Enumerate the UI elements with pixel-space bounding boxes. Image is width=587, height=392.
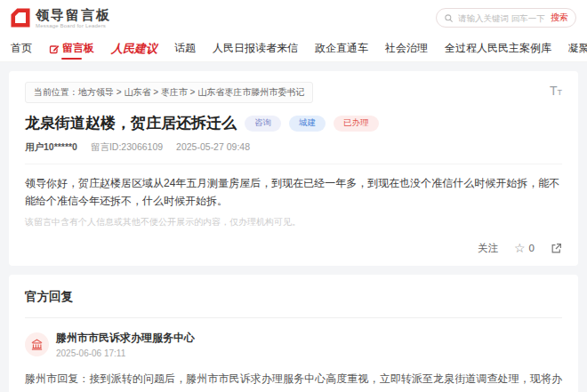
nav-item-peoples-suggestion[interactable]: 人民建议	[111, 36, 157, 61]
message-id: 留言ID:23066109	[91, 141, 163, 154]
main-nav: 首页 留言板 人民建议 话题 人民日报读者来信 政企直通车 社会治理 全过程人民…	[0, 36, 587, 62]
reply-author[interactable]: 滕州市市民诉求办理服务中心	[56, 331, 195, 346]
nav-item-service-masses[interactable]: 凝聚服务群众	[568, 36, 587, 61]
reply-section-title: 官方回复	[25, 285, 562, 318]
nav-item-reader-letters[interactable]: 人民日报读者来信	[213, 36, 298, 61]
logo-title: 领导留言板	[36, 8, 111, 21]
message-title: 龙泉街道赵楼，贺庄居还拆迁么	[25, 113, 237, 133]
share-icon	[551, 243, 562, 254]
nav-item-democracy-cases[interactable]: 全过程人民民主案例库	[445, 36, 551, 61]
search-icon	[444, 13, 454, 23]
avatar	[25, 332, 49, 356]
edit-pencil-icon	[49, 44, 60, 54]
site-logo[interactable]: 领导留言板 Message Board for Leaders	[11, 8, 111, 28]
share-button[interactable]	[551, 243, 562, 254]
tag-consultation: 咨询	[245, 116, 281, 132]
follow-button[interactable]: 关注	[478, 242, 498, 255]
breadcrumb[interactable]: 当前位置：地方领导 > 山东省 > 枣庄市 > 山东省枣庄市滕州市委书记	[25, 82, 313, 103]
nav-item-topics[interactable]: 话题	[174, 36, 196, 61]
status-badge-handled: 已办理	[334, 116, 379, 132]
nav-item-gov-enterprise[interactable]: 政企直通车	[315, 36, 368, 61]
message-content: 领导你好，贺庄赵楼居区域从24年五月测量房屋后，到现在已经一年多，到现在也没个准…	[25, 175, 562, 211]
message-date: 2025-05-27 09:48	[176, 141, 250, 154]
message-meta: 用户10*****0 留言ID:23066109 2025-05-27 09:4…	[25, 141, 562, 164]
tag-urban-construction: 城建	[289, 116, 326, 132]
nav-item-social-governance[interactable]: 社会治理	[385, 36, 428, 61]
government-building-icon	[30, 338, 44, 351]
star-button[interactable]: ☆ 0	[514, 242, 535, 254]
official-reply-card: 官方回复 滕州市市民诉求办理服务中心 2025-06-06 17:11 滕州市回…	[9, 275, 578, 392]
nav-item-label: 留言板	[62, 41, 94, 56]
logo-bracket-icon	[11, 8, 30, 28]
search-button[interactable]: 搜索	[551, 12, 568, 24]
nav-item-message-board[interactable]: 留言板	[49, 36, 94, 61]
star-icon: ☆	[514, 242, 526, 254]
reply-content: 滕州市回复：接到派转的问题后，滕州市市民诉求办理服务中心高度重视，立即转派至龙泉…	[25, 368, 562, 392]
header: 领导留言板 Message Board for Leaders 搜索	[0, 0, 587, 36]
message-card: 当前位置：地方领导 > 山东省 > 枣庄市 > 山东省枣庄市滕州市委书记 TT …	[9, 71, 578, 266]
privacy-note: 该留言中含有个人信息或其他不便公开展示的内容，仅办理机构可见。	[25, 216, 562, 228]
search-box[interactable]: 搜索	[436, 8, 576, 28]
logo-subtitle: Message Board for Leaders	[36, 23, 111, 28]
star-count: 0	[529, 243, 535, 253]
reply-date: 2025-06-06 17:11	[56, 348, 195, 358]
font-size-toggle[interactable]: TT	[550, 82, 562, 98]
search-input[interactable]	[458, 13, 551, 23]
message-user: 用户10*****0	[25, 141, 77, 154]
nav-item-home[interactable]: 首页	[11, 36, 32, 61]
